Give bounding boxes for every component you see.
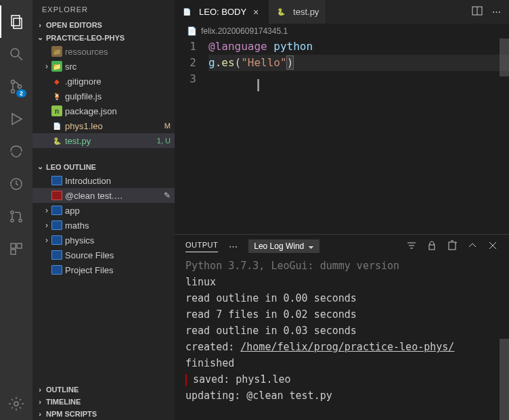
- svg-point-4: [12, 80, 15, 84]
- leo-item-project-files[interactable]: Project Files: [32, 262, 175, 277]
- chevron-right-icon: ›: [35, 21, 45, 29]
- tab-test-py[interactable]: 🐍 test.py: [269, 0, 326, 24]
- close-icon[interactable]: ×: [250, 7, 261, 18]
- svg-rect-1: [14, 18, 22, 28]
- svg-rect-0: [12, 16, 20, 26]
- clear-icon[interactable]: [447, 240, 458, 253]
- chevron-down-icon: ⌄: [35, 162, 45, 171]
- scrollbar[interactable]: [500, 339, 509, 420]
- breadcrumb[interactable]: 📄 felix.20200609174345.1: [175, 24, 509, 39]
- svg-point-9: [11, 211, 14, 214]
- scrollbar[interactable]: [500, 39, 509, 76]
- git-status: M: [164, 122, 171, 130]
- svg-rect-12: [11, 243, 16, 248]
- scm-badge: 2: [16, 89, 26, 97]
- file-item-gitignore[interactable]: ◆ .gitignore: [32, 74, 175, 89]
- leo-item-introduction[interactable]: Introduction: [32, 173, 175, 188]
- leo-node-icon: [51, 220, 62, 230]
- timeline-icon[interactable]: [0, 168, 32, 200]
- chevron-right-icon: ›: [42, 235, 51, 245]
- git-icon: ◆: [51, 76, 62, 87]
- chevron-right-icon: ›: [35, 410, 45, 418]
- leo-file-icon: 📄: [187, 26, 197, 36]
- python-icon: 🐍: [275, 7, 286, 18]
- file-item-ressources[interactable]: 📁 ressources: [32, 44, 175, 59]
- editor-tabs: 📄 LEO: BODY × 🐍 test.py ⋯: [175, 0, 509, 24]
- chevron-right-icon: ›: [35, 398, 45, 406]
- file-item-test-py[interactable]: 🐍 test.py 1, U: [32, 133, 175, 148]
- extensions-icon[interactable]: [0, 233, 32, 265]
- folder-icon: 📁: [51, 61, 62, 72]
- leo-node-icon: [51, 250, 62, 260]
- section-leo-outline[interactable]: ⌄ LEO OUTLINE: [32, 160, 175, 173]
- leo-file-icon: 📄: [181, 7, 192, 18]
- svg-point-2: [11, 49, 19, 57]
- chevron-right-icon: ›: [42, 62, 51, 71]
- filter-icon[interactable]: [406, 240, 417, 253]
- svg-rect-22: [449, 242, 456, 250]
- leo-item-maths[interactable]: › maths: [32, 218, 175, 233]
- svg-rect-14: [11, 250, 16, 254]
- more-icon[interactable]: ⋯: [492, 7, 501, 17]
- leo-file-icon: 📄: [51, 120, 62, 131]
- section-npm-scripts[interactable]: › NPM SCRIPTS: [32, 408, 175, 420]
- python-icon: 🐍: [51, 135, 62, 146]
- svg-rect-21: [429, 245, 435, 250]
- text-cursor-icon: Ⅰ: [256, 76, 261, 95]
- file-item-package-json[interactable]: n package.json: [32, 103, 175, 118]
- search-icon[interactable]: [0, 38, 32, 70]
- leo-node-icon: [51, 176, 62, 185]
- bottom-panel: OUTPUT ⋯ Leo Log Wind Python 3.7.3, LeoG…: [175, 234, 509, 420]
- gear-icon[interactable]: [0, 388, 32, 420]
- code-editor[interactable]: 1 2 3 @language python g.es("Hello") Ⅰ: [175, 39, 509, 234]
- activity-bar: 2: [0, 0, 32, 420]
- lock-icon[interactable]: [426, 240, 437, 253]
- chevron-up-icon[interactable]: [467, 240, 478, 253]
- section-project[interactable]: ⌄ PRACTICE-LEO-PHYS: [32, 31, 175, 44]
- close-icon[interactable]: [487, 240, 498, 253]
- svg-line-3: [18, 56, 22, 60]
- chevron-right-icon: ›: [42, 220, 51, 230]
- output-channel-select[interactable]: Leo Log Wind: [248, 239, 319, 253]
- svg-point-15: [14, 402, 18, 406]
- leo-item-source-files[interactable]: Source Files: [32, 248, 175, 262]
- svg-marker-7: [12, 114, 22, 124]
- section-outline[interactable]: › OUTLINE: [32, 383, 175, 396]
- folder-icon: 📁: [51, 46, 62, 57]
- panel-tab-output[interactable]: OUTPUT: [185, 241, 218, 252]
- sidebar: EXPLORER › OPEN EDITORS ⌄ PRACTICE-LEO-P…: [32, 0, 175, 420]
- chevron-right-icon: ›: [35, 386, 45, 394]
- leo-outline-tree: Introduction @clean test.… ✎ › app › mat…: [32, 173, 175, 277]
- leo-node-icon: [51, 206, 62, 215]
- leo-item-clean-test[interactable]: @clean test.… ✎: [32, 188, 175, 203]
- file-item-src[interactable]: › 📁 src: [32, 59, 175, 74]
- file-item-gulpfile[interactable]: 🍹 gulpfile.js: [32, 89, 175, 103]
- npm-icon: n: [51, 106, 62, 116]
- main-area: 📄 LEO: BODY × 🐍 test.py ⋯ 📄 felix.202006…: [175, 0, 509, 420]
- file-item-phys1-leo[interactable]: 📄 phys1.leo M: [32, 118, 175, 133]
- panel-header: OUTPUT ⋯ Leo Log Wind: [175, 235, 509, 258]
- explorer-icon[interactable]: [0, 5, 32, 38]
- chevron-down-icon: ⌄: [35, 33, 45, 42]
- split-editor-icon[interactable]: [472, 5, 483, 18]
- output-body[interactable]: Python 3.7.3, LeoGui: dummy versionlinux…: [175, 258, 509, 420]
- more-icon[interactable]: ⋯: [229, 241, 238, 252]
- leo-node-icon: [51, 265, 62, 275]
- leo-item-app[interactable]: › app: [32, 203, 175, 218]
- gulp-icon: 🍹: [51, 91, 62, 101]
- scm-icon[interactable]: 2: [0, 70, 32, 103]
- debug-icon[interactable]: [0, 103, 32, 135]
- leo-item-physics[interactable]: › physics: [32, 233, 175, 248]
- section-timeline[interactable]: › TIMELINE: [32, 396, 175, 408]
- output-link[interactable]: /home/felix/prog/practice-leo-phys/: [240, 341, 454, 353]
- section-open-editors[interactable]: › OPEN EDITORS: [32, 19, 175, 31]
- leo-node-icon: [51, 235, 62, 245]
- git-status: 1, U: [157, 137, 171, 145]
- svg-point-5: [12, 90, 15, 93]
- tab-leo-body[interactable]: 📄 LEO: BODY ×: [175, 0, 269, 24]
- code-content[interactable]: @language python g.es("Hello") Ⅰ: [208, 39, 509, 234]
- svg-point-10: [11, 219, 14, 222]
- git-pr-icon[interactable]: [0, 200, 32, 233]
- leo-node-dirty-icon: [51, 191, 62, 200]
- leo-icon[interactable]: [0, 135, 32, 168]
